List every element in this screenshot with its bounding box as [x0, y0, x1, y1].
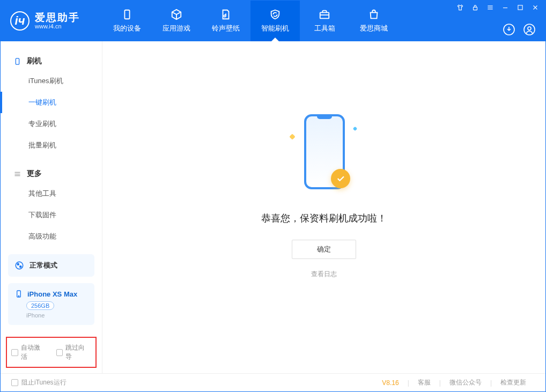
svg-point-10	[20, 266, 21, 268]
app-url: www.i4.cn	[35, 23, 80, 29]
sidebar-group-more: 更多	[1, 165, 102, 183]
tab-label: 应用游戏	[163, 24, 190, 33]
header-actions	[503, 23, 539, 36]
svg-point-9	[17, 263, 19, 265]
mode-icon	[14, 261, 24, 270]
title-bar: iч 爱思助手 www.i4.cn 我的设备 应用游戏 铃声壁纸 智能刷机 工具…	[1, 1, 545, 41]
highlighted-options: 自动激活 跳过向导	[6, 337, 97, 368]
tab-label: 工具箱	[314, 24, 335, 33]
logo-icon: iч	[10, 11, 29, 31]
svg-rect-3	[518, 5, 522, 10]
svg-rect-0	[124, 10, 129, 19]
tab-store[interactable]: 爱思商城	[349, 1, 399, 41]
view-log-link[interactable]: 查看日志	[311, 270, 337, 279]
tab-label: 铃声壁纸	[212, 24, 240, 33]
check-update-link[interactable]: 检查更新	[492, 378, 535, 387]
device-capacity: 256GB	[26, 301, 54, 310]
svg-point-8	[16, 262, 23, 269]
version-label: V8.16	[373, 379, 407, 387]
main-nav: 我的设备 应用游戏 铃声壁纸 智能刷机 工具箱 爱思商城	[102, 1, 399, 41]
device-type: iPhone	[26, 312, 88, 319]
maximize-icon[interactable]	[517, 4, 524, 11]
list-icon	[13, 170, 21, 178]
success-illustration	[289, 109, 359, 200]
tab-toolbox[interactable]: 工具箱	[300, 1, 349, 41]
mode-card[interactable]: 正常模式	[8, 254, 94, 277]
app-logo: iч 爱思助手 www.i4.cn	[1, 11, 102, 31]
svg-point-12	[18, 295, 19, 296]
minimize-icon[interactable]	[501, 4, 509, 11]
ok-button[interactable]: 确定	[292, 240, 356, 259]
app-name: 爱思助手	[35, 12, 80, 23]
phone-icon	[121, 9, 133, 20]
user-icon[interactable]	[523, 23, 536, 36]
support-link[interactable]: 客服	[409, 378, 439, 387]
status-bar: 阻止iTunes运行 V8.16 | 客服 | 微信公众号 | 检查更新	[1, 373, 545, 391]
main-content: 恭喜您，保资料刷机成功啦！ 确定 查看日志	[102, 41, 545, 373]
tab-label: 爱思商城	[360, 24, 388, 33]
sidebar-item-other-tools[interactable]: 其他工具	[1, 183, 102, 204]
device-name: iPhone XS Max	[27, 290, 77, 298]
sidebar-footer: 正常模式 iPhone XS Max 256GB iPhone 自动激活 跳过向…	[1, 248, 102, 373]
close-icon[interactable]	[532, 4, 539, 11]
tab-my-device[interactable]: 我的设备	[102, 1, 152, 41]
sidebar-item-download-firmware[interactable]: 下载固件	[1, 204, 102, 226]
sidebar-item-pro-flash[interactable]: 专业刷机	[1, 113, 102, 135]
lock-icon[interactable]	[471, 4, 479, 11]
sidebar: 刷机 iTunes刷机 一键刷机 专业刷机 批量刷机 更多 其他工具 下载固件 …	[1, 41, 102, 373]
checkbox-icon	[11, 349, 18, 356]
phone-small-icon	[14, 290, 23, 298]
svg-rect-1	[320, 12, 329, 18]
tab-ringtones[interactable]: 铃声壁纸	[201, 1, 250, 41]
cube-icon	[171, 9, 182, 20]
checkbox-skip-guide[interactable]: 跳过向导	[56, 343, 92, 361]
sparkle-icon	[289, 134, 295, 139]
sidebar-item-batch-flash[interactable]: 批量刷机	[1, 135, 102, 156]
window-controls	[456, 4, 539, 11]
checkbox-icon	[56, 349, 63, 356]
checkbox-auto-activate[interactable]: 自动激活	[11, 343, 47, 361]
menu-icon[interactable]	[486, 4, 494, 11]
sidebar-item-advanced[interactable]: 高级功能	[1, 226, 102, 247]
svg-point-5	[524, 24, 535, 35]
sidebar-group-flash: 刷机	[1, 52, 102, 70]
shirt-icon[interactable]	[456, 4, 464, 11]
bag-icon	[368, 9, 380, 20]
sidebar-item-itunes-flash[interactable]: iTunes刷机	[1, 70, 102, 92]
svg-rect-2	[474, 7, 477, 10]
check-badge-icon	[331, 169, 350, 188]
tab-smart-flash[interactable]: 智能刷机	[250, 1, 300, 41]
wechat-link[interactable]: 微信公众号	[441, 378, 490, 387]
music-file-icon	[220, 9, 232, 20]
tab-label: 我的设备	[113, 24, 141, 33]
refresh-shield-icon	[269, 9, 281, 20]
svg-point-6	[528, 27, 531, 30]
toolbox-icon	[319, 9, 330, 20]
sparkle-icon	[353, 127, 357, 131]
download-icon[interactable]	[503, 23, 515, 36]
svg-rect-7	[16, 58, 19, 64]
checkbox-block-itunes[interactable]: 阻止iTunes运行	[11, 378, 67, 387]
tab-apps-games[interactable]: 应用游戏	[152, 1, 201, 41]
success-message: 恭喜您，保资料刷机成功啦！	[261, 212, 387, 225]
checkbox-icon	[11, 379, 18, 386]
device-icon	[13, 57, 21, 65]
tab-label: 智能刷机	[261, 24, 289, 33]
mode-label: 正常模式	[29, 261, 57, 270]
phone-notch-icon	[317, 116, 332, 119]
device-card[interactable]: iPhone XS Max 256GB iPhone	[8, 283, 94, 325]
sidebar-item-oneclick-flash[interactable]: 一键刷机	[1, 92, 102, 113]
